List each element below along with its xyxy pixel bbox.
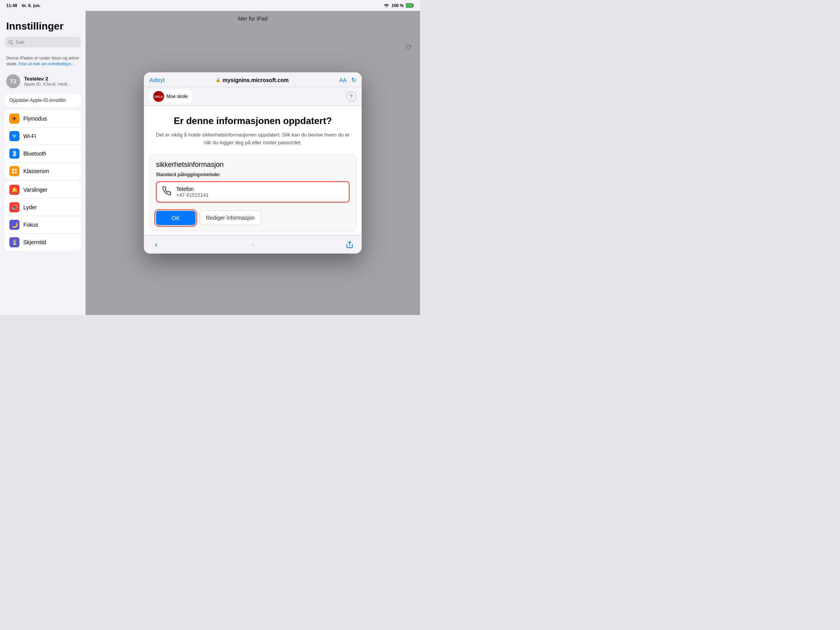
- update-banner[interactable]: Oppdater Apple-ID-innstillin: [5, 94, 81, 107]
- search-box[interactable]: Søk: [5, 37, 81, 47]
- sidebar-item-fokus[interactable]: 🌙 Fokus: [5, 216, 81, 234]
- browser-actions: AA ↻: [339, 76, 356, 84]
- svg-rect-6: [12, 169, 14, 171]
- sidebar-item-lyder[interactable]: 🔊 Lyder: [5, 199, 81, 216]
- sidebar-item-skjermtid[interactable]: ⏳ Skjermtid: [5, 234, 81, 251]
- user-section[interactable]: T2 Testelev 2 Apple-ID, iCloud, medi...: [0, 70, 86, 92]
- edit-button[interactable]: Rediger informasjon: [200, 210, 261, 225]
- browser-cancel-button[interactable]: Avbryt: [149, 77, 164, 83]
- main-layout: Innstillinger Søk Denne iPaden er under …: [0, 11, 420, 315]
- sidebar-item-varslinger[interactable]: 🔔 Varslinger: [5, 181, 81, 199]
- phone-info: Telefon +47 41515141: [176, 186, 209, 198]
- browser-bottom: ‹ ›: [144, 235, 362, 254]
- sidebar-label-flymodus: Flymodus: [23, 116, 47, 122]
- date: tir. 6. jun.: [22, 3, 40, 8]
- method-label: Standard påloggingsmetode:: [150, 172, 356, 181]
- right-panel: Mer for iPad ⟳ Avbryt 🔒 mysignins.micros…: [86, 11, 420, 315]
- svg-rect-7: [15, 169, 17, 171]
- fokus-icon: 🌙: [9, 220, 19, 230]
- sidebar-label-skjermtid: Skjermtid: [23, 239, 46, 245]
- sidebar-item-bluetooth[interactable]: Bluetooth: [5, 145, 81, 163]
- svg-point-5: [14, 137, 15, 138]
- wifi-icon: [384, 4, 389, 8]
- school-tab[interactable]: DELA Moe skole: [149, 89, 192, 103]
- search-placeholder: Søk: [16, 39, 24, 45]
- browser-modal: Avbryt 🔒 mysignins.microsoft.com AA ↻ DE…: [144, 72, 362, 254]
- flymodus-icon: ✈: [9, 114, 19, 124]
- battery-icon: [406, 3, 414, 8]
- modal-overlay: Avbryt 🔒 mysignins.microsoft.com AA ↻ DE…: [86, 11, 420, 315]
- admin-link[interactable]: Finn ut mer om enhetstilsyn…: [19, 61, 75, 66]
- sidebar-item-klasserom[interactable]: Klasserom: [5, 163, 81, 180]
- school-tab-label: Moe skole: [166, 94, 188, 99]
- sidebar-item-wifi[interactable]: Wi-Fi: [5, 128, 81, 145]
- svg-rect-2: [406, 4, 412, 7]
- svg-rect-8: [12, 172, 14, 173]
- refresh-button[interactable]: ↻: [351, 76, 356, 84]
- security-box-title: sikkerhetsinformasjon: [150, 155, 356, 172]
- back-button[interactable]: ‹: [152, 238, 161, 250]
- text-size-button[interactable]: AA: [339, 77, 346, 83]
- klasserom-icon: [9, 166, 19, 176]
- sidebar-label-bluetooth: Bluetooth: [23, 150, 46, 157]
- sidebar-label-fokus: Fokus: [23, 222, 38, 228]
- status-bar: 11:48 tir. 6. jun. 100 %: [0, 0, 420, 11]
- sidebar-item-flymodus[interactable]: ✈ Flymodus: [5, 110, 81, 128]
- phone-icon: [162, 186, 172, 198]
- wifi-settings-icon: [9, 131, 19, 141]
- search-icon: [9, 40, 13, 45]
- browser-tab-bar: DELA Moe skole ?: [144, 87, 362, 106]
- avatar: T2: [6, 74, 20, 88]
- sidebar-title: Innstillinger: [0, 17, 86, 37]
- ok-button[interactable]: OK: [156, 211, 196, 225]
- svg-line-4: [12, 43, 13, 44]
- phone-item: Telefon +47 41515141: [156, 181, 350, 203]
- admin-notice: Denne iPaden er under tilsyn og admir sk…: [0, 52, 86, 70]
- phone-label: Telefon: [176, 186, 209, 192]
- content-header: Er denne informasjonen oppdatert? Det er…: [144, 106, 362, 151]
- time: 11:48: [6, 3, 17, 8]
- svg-rect-1: [413, 5, 414, 7]
- varslinger-icon: 🔔: [9, 185, 19, 195]
- status-bar-right: 100 %: [384, 3, 414, 8]
- content-title: Er denne informasjonen oppdatert?: [156, 116, 350, 126]
- forward-button[interactable]: ›: [248, 238, 257, 250]
- url-text: mysignins.microsoft.com: [223, 77, 289, 83]
- share-button[interactable]: [345, 240, 354, 249]
- browser-toolbar: Avbryt 🔒 mysignins.microsoft.com AA ↻: [144, 72, 362, 87]
- sidebar-group-network: ✈ Flymodus Wi-Fi: [5, 110, 81, 180]
- user-subtitle: Apple-ID, iCloud, medi...: [24, 82, 79, 86]
- browser-content: Er denne informasjonen oppdatert? Det er…: [144, 106, 362, 235]
- action-row: OK Rediger informasjon: [150, 206, 356, 231]
- sidebar-label-lyder: Lyder: [23, 204, 37, 210]
- phone-number: +47 41515141: [176, 192, 209, 198]
- content-description: Det er viktig å holde sikkerhetsinformas…: [156, 131, 350, 146]
- sidebar-group-system: 🔔 Varslinger 🔊 Lyder 🌙 Fokus ⏳ Skjermtid: [5, 181, 81, 251]
- battery-percent: 100 %: [392, 3, 404, 8]
- school-logo: DELA: [153, 91, 164, 102]
- svg-rect-9: [15, 172, 17, 173]
- user-name: Testelev 2: [24, 76, 79, 82]
- bluetooth-icon: [9, 149, 19, 159]
- skjermtid-icon: ⏳: [9, 237, 19, 247]
- help-button[interactable]: ?: [346, 91, 356, 102]
- sidebar-label-klasserom: Klasserom: [23, 168, 49, 174]
- url-bar: 🔒 mysignins.microsoft.com: [215, 77, 289, 83]
- sidebar-label-wifi: Wi-Fi: [23, 133, 36, 139]
- lock-icon: 🔒: [215, 77, 221, 82]
- status-bar-left: 11:48 tir. 6. jun.: [6, 3, 40, 8]
- sidebar: Innstillinger Søk Denne iPaden er under …: [0, 11, 86, 315]
- user-info: Testelev 2 Apple-ID, iCloud, medi...: [24, 76, 79, 86]
- lyder-icon: 🔊: [9, 202, 19, 212]
- sidebar-label-varslinger: Varslinger: [23, 187, 47, 193]
- security-box: sikkerhetsinformasjon Standard pålogging…: [149, 155, 356, 231]
